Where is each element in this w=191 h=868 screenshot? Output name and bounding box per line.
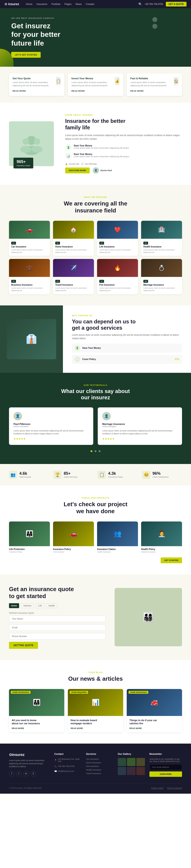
testimonial-dot-1[interactable] [95,450,96,452]
navbar-logo[interactable]: ⊙ insurez [4,2,19,6]
quote-name-input[interactable] [9,616,106,622]
nav-home[interactable]: Home [26,3,32,5]
footer-terms-link[interactable]: Terms of Service [167,787,182,789]
project-card-img-3: 👩‍⚕️ [141,522,182,546]
why-item-icon-0: 💲 [74,345,80,351]
quote-email-input[interactable] [9,624,106,631]
about-feature-icon-1: 📊 [65,153,71,159]
footer-newsletter-col: Newsletter Subscribe to our newsletter t… [150,752,182,777]
footer-instagram-icon[interactable]: in [23,771,29,776]
testimonial-dot-0[interactable] [91,450,92,452]
feature-card-text-1: Lorem ipsum dolor sit amet consectetur a… [71,81,113,87]
hero-dots [152,17,157,29]
quote-form-label: Vehicles insurance quote [9,612,106,614]
svg-point-3 [20,146,31,153]
feature-card-link-0[interactable]: READ MORE [12,90,26,92]
quote-tab-vehicles[interactable]: Vehicles [21,603,34,608]
insurance-card-title-3: Health Insurance [144,245,180,248]
quote-image: 👨‍👩‍👧‍👦 [115,588,182,646]
testimonial-text-0: Lorem ipsum dolor sit amet consectetur a… [13,429,89,435]
navbar-cta-button[interactable]: GET A QUOTE [166,2,187,6]
svg-point-5 [31,146,43,153]
feature-card-icon-0: 📋 [56,77,61,85]
footer-service-4[interactable]: Health Insurance [86,769,113,771]
quote-tab-life[interactable]: Life [36,603,44,608]
footer-newsletter-input[interactable] [150,764,182,770]
search-icon[interactable]: 🔍 [138,2,142,6]
footer-services-col: Services Car Insurance Home Insurance Li… [86,752,113,777]
testimonial-stars-0: ★★★★★ [13,437,89,440]
quote-tab-health[interactable]: Health [46,603,57,608]
insurance-card-text-0: Lorem ipsum dolor sit amet consectetur a… [11,249,47,253]
footer-social-links: f t in li [9,771,50,776]
footer-twitter-icon[interactable]: t [16,771,22,776]
blog-cards: 👨‍👩‍👧 HOME INSURANCE All you need to kno… [9,689,182,733]
feature-card-quote: Get Your Quote Lorem ipsum dolor sit ame… [9,73,64,96]
footer-service-3[interactable]: Life Insurance [86,765,113,767]
projects-grid: 👨‍👩‍👧 Life Protection Insurance Policy 🚗… [9,522,182,553]
feature-card-title-1: Invest Your Money [71,77,113,80]
stat-value-2: 4.3k [108,471,123,476]
insurance-card-tag-2: 03 [99,242,104,245]
feature-card-icon-2: 🏠 [174,77,179,85]
about-section-label: KNOW ABOUT INSUREZ [65,114,182,116]
about-avatar-image: 👤 [93,167,99,174]
nav-insurance[interactable]: Insurance [36,3,47,5]
footer-contact-phone: 📞 +00 784-756-8756 [54,765,82,767]
projects-title: Let's check our projectwe have done [9,501,182,515]
blog-card-link-0[interactable]: READ MORE [12,727,24,730]
quote-phone-input[interactable] [9,633,106,640]
feature-card-text-0: Lorem ipsum dolor sit amet consectetur a… [12,81,54,87]
project-card-img-1: 🚗 [53,522,94,546]
why-section-label: WHY CHOOSE US [72,314,182,317]
quote-tab-home[interactable]: Home [9,603,19,608]
footer-service-1[interactable]: Car Insurance [86,758,113,760]
footer-newsletter-title: Newsletter [150,752,182,755]
hero-cta-button[interactable]: LET'S GET STARTED [11,52,41,58]
testimonial-text-1: Lorem ipsum dolor sit amet consectetur a… [102,429,178,435]
insurance-card-tag-0: 01 [11,242,16,245]
insurance-section-label: WHAT WE PROVIDE [9,196,182,198]
quote-submit-button[interactable]: GETTING QUOTE [9,642,38,649]
footer-service-2[interactable]: Home Insurance [86,762,113,764]
feature-card-link-2[interactable]: READ MORE [130,90,144,92]
about-content: KNOW ABOUT INSUREZ Insurance for the bet… [65,114,182,174]
blog-card-title-1: How to evaluate boardmortgage venders [70,719,121,725]
footer-newsletter-button[interactable]: SUBSCRIBE [150,771,182,777]
testimonial-dot-2[interactable] [99,450,100,452]
footer-privacy-link[interactable]: Privacy Policy [151,787,164,789]
project-card-sublabel-0: Insurance Policy [9,551,50,553]
testimonial-section: OUR TESTIMONIALS What our clients say ab… [0,373,191,464]
nav-news[interactable]: News [75,3,82,5]
about-discover-button[interactable]: DISCOVER MORE [65,167,90,174]
blog-card-link-2[interactable]: READ MORE [129,727,142,730]
project-card-label-0: Life Protection [9,546,50,551]
projects-cta-button[interactable]: GET STARTED [161,557,182,563]
hero-label: We Are Best Insurance Company [11,17,60,19]
footer-facebook-icon[interactable]: f [9,771,14,776]
testimonial-dots [9,450,182,453]
about-section: 965+ Insurance Cases KNOW ABOUT INSUREZ … [0,103,191,185]
footer-gallery-item-4 [127,767,135,775]
footer-top: ⊙insurez Lorem ipsum dolor sit amet cons… [9,752,182,777]
insurance-card-5: ✈️ 06 Travel Insurance Lorem ipsum dolor… [53,259,94,294]
blog-card-img-2: 🚒 HOME INSURANCE [127,689,182,716]
blog-card-0: 👨‍👩‍👧 HOME INSURANCE All you need to kno… [9,689,64,733]
about-features-list: 💲 Save Your Money Lorem ipsum dolor sit … [65,145,182,159]
why-section: 👔 WHY CHOOSE US You can depend on us tog… [0,305,191,373]
feature-card-link-1[interactable]: READ MORE [71,90,85,92]
quote-image-placeholder: 👨‍👩‍👧‍👦 [115,588,182,646]
insurance-card-img-0: 🚗 [9,221,50,239]
blog-card-1: 📊 HOME REQUIRED How to evaluate boardmor… [68,689,123,733]
footer-linkedin-icon[interactable]: li [31,771,36,776]
nav-contact[interactable]: Contact [86,3,94,5]
nav-portfolio[interactable]: Portfolio [52,3,60,5]
nav-pages[interactable]: Pages [64,3,71,5]
blog-title: Our news & articles [9,675,182,682]
project-card-1: 🚗 Insurance Policy Life Insurance [53,522,94,553]
blog-card-link-1[interactable]: READ MORE [70,727,83,730]
footer-service-5[interactable]: Travel Insurance [86,772,113,775]
why-content: WHY CHOOSE US You can depend on us toget… [63,305,191,373]
insurance-card-text-7: Lorem ipsum dolor sit amet consectetur a… [144,287,180,292]
footer-gallery-title: Our Gallery [118,752,145,755]
